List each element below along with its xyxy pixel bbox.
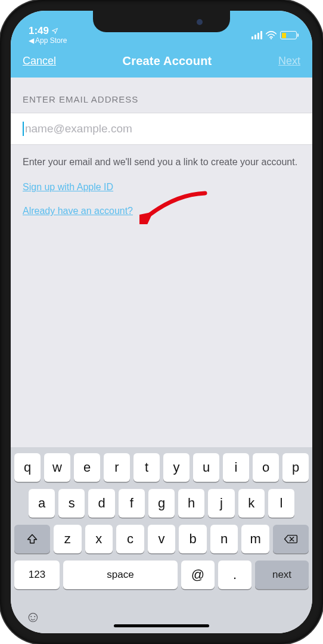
key-i[interactable]: i (223, 453, 249, 482)
sign-up-apple-id-link[interactable]: Sign up with Apple ID (23, 182, 113, 193)
key-a[interactable]: a (29, 489, 55, 518)
wifi-icon (266, 31, 277, 39)
location-icon (51, 27, 58, 35)
next-button[interactable]: Next (278, 55, 300, 67)
key-j[interactable]: j (208, 489, 234, 518)
svg-point-0 (271, 38, 272, 39)
section-header: ENTER EMAIL ADDRESS (23, 94, 300, 104)
key-x[interactable]: x (85, 525, 113, 553)
chevron-left-icon: ◀ (29, 37, 34, 44)
key-d[interactable]: d (88, 489, 114, 518)
text-cursor (23, 122, 24, 136)
navigation-bar: Cancel Create Account Next (11, 44, 312, 78)
key-u[interactable]: u (193, 453, 219, 482)
key-p[interactable]: p (282, 453, 309, 482)
helper-text: Enter your email and we'll send you a li… (23, 156, 300, 169)
back-to-app[interactable]: ◀ App Store (29, 37, 67, 44)
key-c[interactable]: c (116, 525, 144, 553)
already-have-account-link[interactable]: Already have an account? (23, 206, 133, 216)
backspace-key[interactable] (273, 525, 309, 553)
back-app-label: App Store (35, 37, 67, 44)
page-title: Create Account (123, 54, 212, 68)
cellular-icon (251, 31, 262, 39)
key-t[interactable]: t (133, 453, 160, 482)
key-s[interactable]: s (58, 489, 85, 518)
key-g[interactable]: g (148, 489, 175, 518)
key-k[interactable]: k (238, 489, 265, 518)
cancel-button[interactable]: Cancel (23, 55, 56, 67)
key-v[interactable]: v (148, 525, 176, 553)
numbers-key[interactable]: 123 (14, 561, 60, 589)
email-field-wrap[interactable] (11, 113, 312, 145)
emoji-key[interactable]: ☺ (25, 608, 41, 626)
shift-key[interactable] (14, 525, 50, 553)
space-key[interactable]: space (63, 561, 178, 589)
key-w[interactable]: w (44, 453, 70, 482)
key-e[interactable]: e (74, 453, 100, 482)
key-h[interactable]: h (178, 489, 204, 518)
home-indicator[interactable] (114, 624, 209, 627)
email-input[interactable] (25, 122, 300, 135)
key-r[interactable]: r (104, 453, 130, 482)
keyboard-next-key[interactable]: next (255, 561, 309, 589)
key-l[interactable]: l (268, 489, 294, 518)
key-f[interactable]: f (119, 489, 145, 518)
key-o[interactable]: o (253, 453, 279, 482)
key-n[interactable]: n (210, 525, 238, 553)
battery-icon (280, 31, 297, 39)
status-time: 1:49 (29, 26, 49, 36)
software-keyboard: qwertyuiop asdfghjkl zxcvbnm 123 space @… (11, 447, 312, 633)
period-key[interactable]: . (218, 561, 251, 589)
key-y[interactable]: y (163, 453, 190, 482)
key-m[interactable]: m (241, 525, 269, 553)
key-z[interactable]: z (54, 525, 82, 553)
key-b[interactable]: b (179, 525, 207, 553)
key-q[interactable]: q (14, 453, 41, 482)
at-key[interactable]: @ (181, 561, 215, 589)
